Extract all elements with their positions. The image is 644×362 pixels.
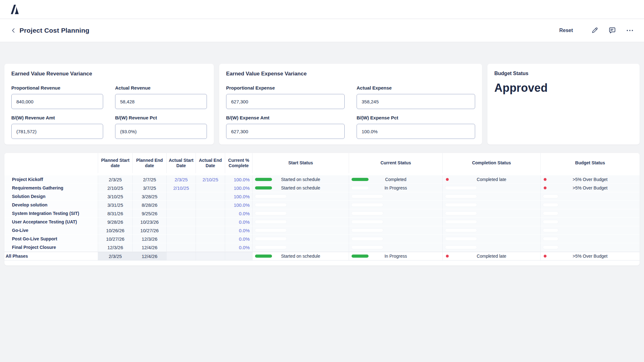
budget-status-cell[interactable]	[541, 226, 640, 234]
planned-end-cell[interactable]: 9/25/26	[133, 209, 167, 217]
actual-end-cell[interactable]	[196, 184, 225, 192]
completion-status-cell[interactable]: Completed late	[443, 252, 541, 260]
budget-status-cell[interactable]	[541, 218, 640, 226]
proportional-revenue-input[interactable]	[11, 94, 103, 109]
actual-start-cell[interactable]	[167, 243, 196, 251]
phase-name-cell[interactable]: Final Project Closure	[4, 243, 98, 251]
current-status-cell[interactable]	[349, 226, 443, 234]
current-status-cell[interactable]	[349, 218, 443, 226]
planned-start-cell[interactable]: 10/26/26	[98, 226, 133, 234]
bw-revenue-amt-input[interactable]	[11, 124, 103, 139]
start-status-cell[interactable]	[253, 218, 349, 226]
actual-start-cell[interactable]: 2/3/25	[167, 175, 196, 184]
planned-start-cell[interactable]: 3/31/25	[98, 201, 133, 209]
planned-start-cell[interactable]: 2/3/25	[98, 252, 133, 260]
pct-complete-cell[interactable]: 100.0%	[225, 175, 253, 184]
bw-expense-pct-input[interactable]	[357, 124, 475, 139]
start-status-cell[interactable]	[253, 243, 349, 251]
actual-start-cell[interactable]	[167, 192, 196, 200]
actual-start-cell[interactable]	[167, 252, 196, 260]
current-status-cell[interactable]: In Progress	[349, 184, 443, 192]
more-options-button[interactable]	[625, 26, 635, 35]
start-status-cell[interactable]	[253, 209, 349, 217]
pct-complete-cell[interactable]: 0.0%	[225, 235, 253, 243]
completion-status-cell[interactable]	[443, 235, 541, 243]
budget-status-cell[interactable]: >5% Over Budget	[541, 175, 640, 184]
pct-complete-cell[interactable]: 0.0%	[225, 209, 253, 217]
actual-start-cell[interactable]	[167, 209, 196, 217]
budget-status-cell[interactable]	[541, 192, 640, 200]
completion-status-cell[interactable]	[443, 226, 541, 234]
actual-start-cell[interactable]	[167, 226, 196, 234]
pct-complete-cell[interactable]	[225, 252, 253, 260]
completion-status-cell[interactable]	[443, 218, 541, 226]
pct-complete-cell[interactable]: 100.0%	[225, 192, 253, 200]
phase-name-cell[interactable]: System Integration Testing (SIT)	[4, 209, 98, 217]
start-status-cell[interactable]	[253, 201, 349, 209]
phase-name-cell[interactable]: Requirements Gathering	[4, 184, 98, 192]
start-status-cell[interactable]	[253, 226, 349, 234]
current-status-cell[interactable]: In Progress	[349, 252, 443, 260]
actual-end-cell[interactable]	[196, 218, 225, 226]
completion-status-cell[interactable]	[443, 184, 541, 192]
phase-name-cell[interactable]: Post Go-Live Support	[4, 235, 98, 243]
planned-end-cell[interactable]: 10/23/26	[133, 218, 167, 226]
start-status-cell[interactable]: Started on schedule	[253, 184, 349, 192]
completion-status-cell[interactable]	[443, 192, 541, 200]
planned-start-cell[interactable]: 12/3/26	[98, 243, 133, 251]
actual-end-cell[interactable]	[196, 252, 225, 260]
pct-complete-cell[interactable]: 0.0%	[225, 218, 253, 226]
start-status-cell[interactable]	[253, 192, 349, 200]
actual-end-cell[interactable]	[196, 201, 225, 209]
budget-status-cell[interactable]: >5% Over Budget	[541, 252, 640, 260]
budget-status-cell[interactable]	[541, 243, 640, 251]
phase-name-cell[interactable]: Develop solution	[4, 201, 98, 209]
back-button[interactable]	[9, 26, 18, 35]
reset-button[interactable]: Reset	[559, 28, 573, 33]
start-status-cell[interactable]	[253, 235, 349, 243]
phase-name-cell[interactable]: All Phases	[4, 252, 98, 260]
completion-status-cell[interactable]	[443, 201, 541, 209]
planned-start-cell[interactable]: 9/28/26	[98, 218, 133, 226]
planned-end-cell[interactable]: 12/4/26	[133, 252, 167, 260]
start-status-cell[interactable]: Started on schedule	[253, 252, 349, 260]
planned-end-cell[interactable]: 12/3/26	[133, 235, 167, 243]
bw-expense-amt-input[interactable]	[226, 124, 345, 139]
actual-start-cell[interactable]	[167, 235, 196, 243]
pct-complete-cell[interactable]: 100.0%	[225, 201, 253, 209]
planned-end-cell[interactable]: 3/28/25	[133, 192, 167, 200]
proportional-expense-input[interactable]	[226, 94, 345, 109]
current-status-cell[interactable]	[349, 243, 443, 251]
current-status-cell[interactable]: Completed	[349, 175, 443, 184]
actual-expense-input[interactable]	[357, 94, 475, 109]
planned-end-cell[interactable]: 10/27/26	[133, 226, 167, 234]
bw-revenue-pct-input[interactable]	[115, 124, 207, 139]
actual-end-cell[interactable]: 2/10/25	[196, 175, 225, 184]
planned-end-cell[interactable]: 2/7/25	[133, 175, 167, 184]
current-status-cell[interactable]	[349, 201, 443, 209]
current-status-cell[interactable]	[349, 209, 443, 217]
planned-start-cell[interactable]: 2/10/25	[98, 184, 133, 192]
actual-end-cell[interactable]	[196, 192, 225, 200]
completion-status-cell[interactable]: Completed late	[443, 175, 541, 184]
pct-complete-cell[interactable]: 0.0%	[225, 243, 253, 251]
actual-start-cell[interactable]	[167, 201, 196, 209]
comments-button[interactable]	[608, 26, 617, 35]
pct-complete-cell[interactable]: 0.0%	[225, 226, 253, 234]
edit-button[interactable]	[590, 26, 599, 35]
phase-name-cell[interactable]: Solution Design	[4, 192, 98, 200]
budget-status-cell[interactable]	[541, 209, 640, 217]
actual-end-cell[interactable]	[196, 235, 225, 243]
actual-start-cell[interactable]: 2/10/25	[167, 184, 196, 192]
planned-end-cell[interactable]: 12/4/26	[133, 243, 167, 251]
planned-start-cell[interactable]: 2/3/25	[98, 175, 133, 184]
planned-start-cell[interactable]: 10/27/26	[98, 235, 133, 243]
actual-revenue-input[interactable]	[115, 94, 207, 109]
completion-status-cell[interactable]	[443, 209, 541, 217]
current-status-cell[interactable]	[349, 192, 443, 200]
phase-name-cell[interactable]: Project Kickoff	[4, 175, 98, 184]
phase-name-cell[interactable]: User Acceptance Testing (UAT)	[4, 218, 98, 226]
phase-name-cell[interactable]: Go-Live	[4, 226, 98, 234]
completion-status-cell[interactable]	[443, 243, 541, 251]
planned-start-cell[interactable]: 3/10/25	[98, 192, 133, 200]
